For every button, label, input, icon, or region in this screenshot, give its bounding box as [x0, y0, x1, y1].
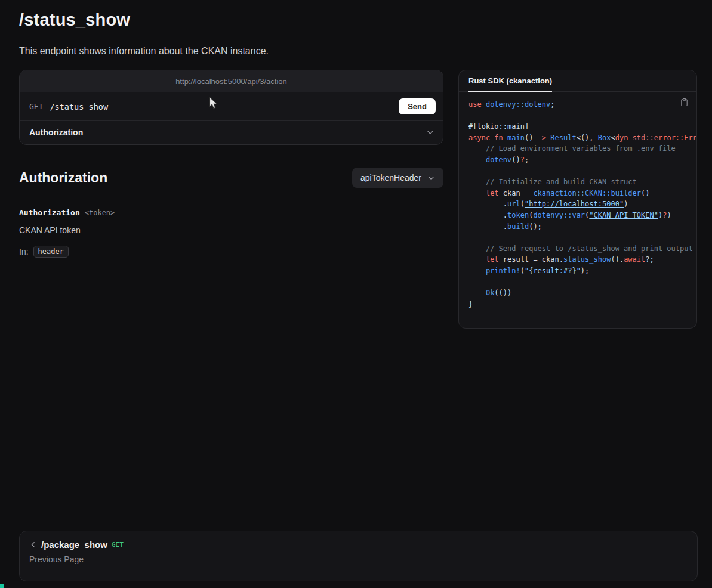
chevron-down-icon	[426, 128, 434, 137]
right-column: Rust SDK (ckanaction) use dotenvy::doten…	[458, 70, 697, 329]
endpoint-title: /status_show	[19, 10, 697, 30]
auth-scheme-dropdown[interactable]: apiTokenHeader	[352, 168, 443, 188]
sdk-tabs: Rust SDK (ckanaction)	[459, 70, 696, 92]
endpoint-description: This endpoint shows information about th…	[19, 46, 697, 57]
playground-auth-label: Authorization	[29, 128, 83, 137]
auth-scheme-value: apiTokenHeader	[360, 173, 421, 182]
previous-page-method-badge: GET	[112, 541, 124, 549]
auth-param-description: CKAN API token	[19, 225, 443, 235]
api-playground-card: http://localhost:5000/api/3/action GET /…	[19, 70, 443, 145]
copy-code-button[interactable]	[680, 98, 689, 109]
auth-section-title: Authorization	[19, 170, 107, 186]
previous-page-link[interactable]: /package_show GET Previous Page	[19, 531, 698, 581]
endpoint-path: /status_show	[50, 102, 108, 112]
auth-param-row: Authorization <token>	[19, 208, 443, 217]
playground-auth-accordion[interactable]: Authorization	[20, 120, 443, 144]
content-area: http://localhost:5000/api/3/action GET /…	[19, 70, 697, 329]
sdk-panel: Rust SDK (ckanaction) use dotenvy::doten…	[458, 70, 697, 329]
http-method-label: GET	[29, 102, 43, 111]
chevron-left-icon	[29, 541, 37, 549]
page-root: /status_show This endpoint shows informa…	[0, 0, 712, 329]
code-block: use dotenvy::dotenv; #[tokio::main]async…	[459, 92, 696, 310]
clipboard-icon	[680, 98, 689, 107]
param-location-row: In: header	[19, 246, 443, 258]
base-url-text: http://localhost:5000/api/3/action	[175, 77, 286, 86]
previous-page-path: /package_show	[41, 540, 107, 550]
auth-param-name: Authorization	[19, 208, 80, 217]
left-column: http://localhost:5000/api/3/action GET /…	[19, 70, 443, 258]
auth-param-type: <token>	[85, 209, 115, 217]
auth-section-header: Authorization apiTokenHeader	[19, 168, 443, 188]
base-url-bar: http://localhost:5000/api/3/action	[20, 70, 443, 92]
previous-page-label: Previous Page	[29, 555, 688, 564]
send-button[interactable]: Send	[399, 98, 436, 114]
tab-rust-sdk[interactable]: Rust SDK (ckanaction)	[468, 70, 552, 92]
chevron-down-icon	[427, 174, 435, 182]
corner-artifact	[0, 584, 4, 588]
in-label: In:	[19, 247, 29, 256]
in-location-badge: header	[33, 246, 69, 258]
request-row: GET /status_show Send	[20, 92, 443, 120]
previous-page-row: /package_show GET	[29, 540, 688, 550]
